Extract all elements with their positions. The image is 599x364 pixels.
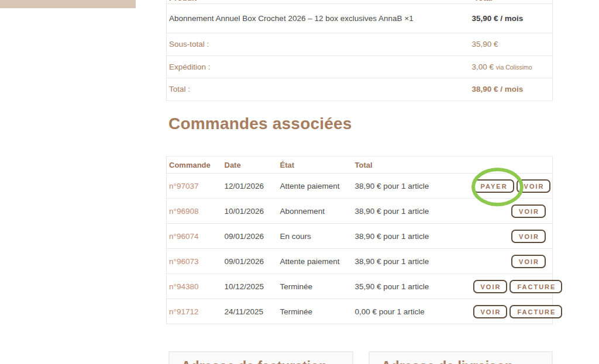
total-row: Total : 38,90 € / mois xyxy=(167,78,553,101)
column-header-etat: État xyxy=(280,157,355,174)
table-row: n°94380 10/12/2025 Terminée 35,90 € pour… xyxy=(167,274,553,299)
shipping-label: Expédition : xyxy=(167,56,472,78)
order-date: 09/01/2026 xyxy=(225,224,280,249)
table-row: n°97037 12/01/2026 Attente paiement 38,9… xyxy=(167,174,553,199)
order-number-link[interactable]: n°96908 xyxy=(169,207,198,216)
column-header-actions xyxy=(471,157,553,174)
related-orders-table: Commande Date État Total n°97037 12/01/2… xyxy=(166,156,553,324)
view-button[interactable]: VOIR xyxy=(473,280,508,293)
order-date: 10/12/2025 xyxy=(225,274,280,299)
order-total: 38,90 € pour 1 article xyxy=(355,174,471,199)
total-value: 38,90 € / mois xyxy=(472,78,553,101)
shipping-value: 3,00 € via Colissimo xyxy=(472,56,553,78)
table-row: n°96073 09/01/2026 Attente paiement 38,9… xyxy=(167,249,553,274)
table-row: n°96074 09/01/2026 En cours 38,90 € pour… xyxy=(167,224,553,249)
order-status: Terminée xyxy=(280,274,355,299)
pay-button[interactable]: PAYER xyxy=(473,179,514,193)
shipping-address-title: Adresse de livraison xyxy=(381,359,552,364)
shipping-method: via Colissimo xyxy=(496,64,532,71)
order-date: 12/01/2026 xyxy=(225,174,280,199)
view-button[interactable]: VOIR xyxy=(517,179,551,193)
invoice-button[interactable]: FACTURE xyxy=(510,305,562,318)
order-number-link[interactable]: n°94380 xyxy=(169,282,198,291)
order-total: 38,90 € pour 1 article xyxy=(355,224,471,249)
product-row: Abonnement Annuel Box Crochet 2026 – 12 … xyxy=(167,4,553,33)
column-header-date: Date xyxy=(225,157,280,174)
order-status: Attente paiement xyxy=(280,174,355,199)
order-totals-table: Produit Total Abonnement Annuel Box Croc… xyxy=(166,0,553,101)
order-status: Abonnement xyxy=(280,199,355,224)
view-button[interactable]: VOIR xyxy=(511,230,546,243)
order-status: En cours xyxy=(280,224,355,249)
shipping-amount: 3,00 € xyxy=(472,63,494,71)
order-status: Attente paiement xyxy=(280,249,355,274)
table-row: n°96908 10/01/2026 Abonnement 38,90 € po… xyxy=(167,199,553,224)
billing-address-title: Adresse de facturation xyxy=(181,359,352,364)
view-button[interactable]: VOIR xyxy=(511,204,546,218)
billing-address-box: Adresse de facturation xyxy=(168,351,353,364)
subtotal-label: Sous-total : xyxy=(167,33,472,56)
sidebar-remnant-bar xyxy=(0,0,136,8)
invoice-button[interactable]: FACTURE xyxy=(510,280,562,293)
shipping-address-box: Adresse de livraison xyxy=(369,351,553,364)
product-name: Abonnement Annuel Box Crochet 2026 – 12 … xyxy=(167,4,472,33)
view-button[interactable]: VOIR xyxy=(473,305,508,318)
column-header-total: Total xyxy=(355,157,471,174)
orders-header-row: Commande Date État Total xyxy=(167,157,553,174)
order-date: 10/01/2026 xyxy=(225,199,280,224)
page: Produit Total Abonnement Annuel Box Croc… xyxy=(0,0,599,364)
order-date: 09/01/2026 xyxy=(225,249,280,274)
shipping-row: Expédition : 3,00 € via Colissimo xyxy=(167,56,553,78)
order-date: 24/11/2025 xyxy=(225,299,280,324)
order-total: 35,90 € pour 1 article xyxy=(355,274,471,299)
order-total: 38,90 € pour 1 article xyxy=(355,249,471,274)
order-status: Terminée xyxy=(280,299,355,324)
view-button[interactable]: VOIR xyxy=(511,255,546,268)
order-number-link[interactable]: n°96074 xyxy=(169,232,198,241)
order-total: 0,00 € pour 1 article xyxy=(355,299,471,324)
subtotal-row: Sous-total : 35,90 € xyxy=(167,33,553,56)
product-total: 35,90 € / mois xyxy=(472,4,553,33)
order-number-link[interactable]: n°97037 xyxy=(169,182,198,190)
subtotal-value: 35,90 € xyxy=(472,33,553,56)
column-header-commande: Commande xyxy=(167,157,225,174)
order-number-link[interactable]: n°96073 xyxy=(169,257,198,266)
table-row: n°91712 24/11/2025 Terminée 0,00 € pour … xyxy=(167,299,553,324)
order-number-link[interactable]: n°91712 xyxy=(169,307,198,316)
page-title: Commandes associées xyxy=(168,115,352,133)
order-total: 38,90 € pour 1 article xyxy=(355,199,471,224)
total-label: Total : xyxy=(167,78,472,101)
